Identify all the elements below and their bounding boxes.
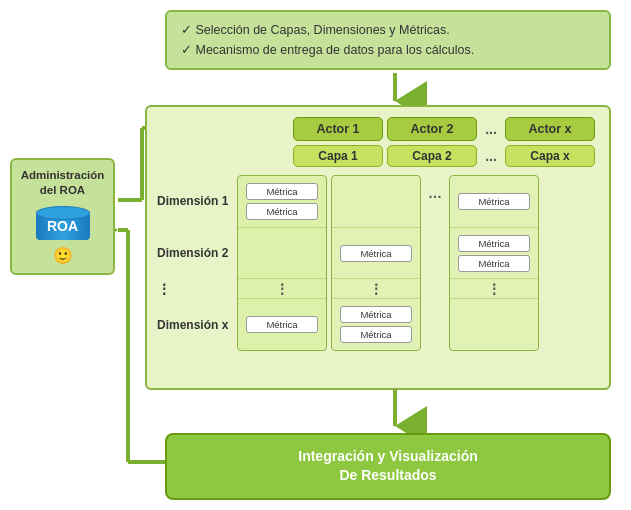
dim-x-label: Dimensión x bbox=[157, 299, 237, 351]
data-col-x: Métrica Métrica Métrica ⋮ bbox=[449, 175, 539, 351]
data-columns: Métrica Métrica ⋮ Métrica Métrica bbox=[237, 175, 599, 351]
col2-dimx: Métrica Métrica bbox=[332, 299, 420, 350]
col2-dim1 bbox=[332, 176, 420, 228]
dim-2-label: Dimensión 2 bbox=[157, 227, 237, 279]
colx-dim1: Métrica bbox=[450, 176, 538, 228]
col2-dim2: Métrica bbox=[332, 228, 420, 280]
actor-1-box: Actor 1 bbox=[293, 117, 383, 141]
actor-2-box: Actor 2 bbox=[387, 117, 477, 141]
roa-label: ROA bbox=[36, 218, 90, 234]
metrica-tag-1-2: Métrica bbox=[246, 203, 318, 220]
actor-dots: ... bbox=[481, 121, 501, 137]
smiley-icon: 🙂 bbox=[18, 246, 107, 265]
actor-row: Actor 1 Actor 2 ... Actor x bbox=[157, 117, 599, 141]
col1-dim2 bbox=[238, 228, 326, 280]
capa-row: Capa 1 Capa 2 ... Capa x bbox=[157, 145, 599, 167]
actor-x-box: Actor x bbox=[505, 117, 595, 141]
colx-dots: ⋮ bbox=[450, 279, 538, 299]
data-col-2: Métrica ⋮ Métrica Métrica bbox=[331, 175, 421, 351]
metrica-tag-1-1: Métrica bbox=[246, 183, 318, 200]
capa-dots: ... bbox=[481, 148, 501, 164]
roa-cylinder: ROA bbox=[36, 206, 90, 242]
bottom-box: Integración y Visualización De Resultado… bbox=[165, 433, 611, 500]
col1-dim1: Métrica Métrica bbox=[238, 176, 326, 228]
main-grid: Actor 1 Actor 2 ... Actor x Capa 1 Capa … bbox=[145, 105, 611, 390]
capa-x-box: Capa x bbox=[505, 145, 595, 167]
bottom-line2: De Resultados bbox=[179, 466, 597, 486]
metrica-tag-2-x2: Métrica bbox=[340, 326, 412, 343]
metrica-tag-1-x: Métrica bbox=[246, 316, 318, 333]
col2-dots: ⋮ bbox=[332, 279, 420, 299]
capa-1-box: Capa 1 bbox=[293, 145, 383, 167]
metrica-tag-x-2a: Métrica bbox=[458, 235, 530, 252]
metrica-tag-2-2: Métrica bbox=[340, 245, 412, 262]
metrica-tag-2-x1: Métrica bbox=[340, 306, 412, 323]
data-col-dots: … bbox=[425, 175, 445, 351]
colx-dimx bbox=[450, 299, 538, 350]
left-box-title: Administración del ROA bbox=[18, 168, 107, 198]
col1-dots: ⋮ bbox=[238, 279, 326, 299]
data-col-1: Métrica Métrica ⋮ Métrica bbox=[237, 175, 327, 351]
metrica-tag-x-1: Métrica bbox=[458, 193, 530, 210]
capa-2-box: Capa 2 bbox=[387, 145, 477, 167]
metrica-tag-x-2b: Métrica bbox=[458, 255, 530, 272]
dim-dots-label: ⋮ bbox=[157, 279, 237, 299]
bottom-line1: Integración y Visualización bbox=[179, 447, 597, 467]
top-line2: ✓ Mecanismo de entrega de datos para los… bbox=[181, 40, 595, 60]
dim-1-label: Dimensión 1 bbox=[157, 175, 237, 227]
left-box: Administración del ROA ROA 🙂 bbox=[10, 158, 115, 275]
col1-dimx: Métrica bbox=[238, 299, 326, 350]
top-line1: ✓ Selección de Capas, Dimensiones y Métr… bbox=[181, 20, 595, 40]
colx-dim2: Métrica Métrica bbox=[450, 228, 538, 280]
dim-labels: Dimensión 1 Dimensión 2 ⋮ Dimensión x bbox=[157, 175, 237, 351]
top-box: ✓ Selección de Capas, Dimensiones y Métr… bbox=[165, 10, 611, 70]
columns-area: Dimensión 1 Dimensión 2 ⋮ Dimensión x Mé… bbox=[157, 175, 599, 351]
main-container: ✓ Selección de Capas, Dimensiones y Métr… bbox=[0, 0, 631, 510]
